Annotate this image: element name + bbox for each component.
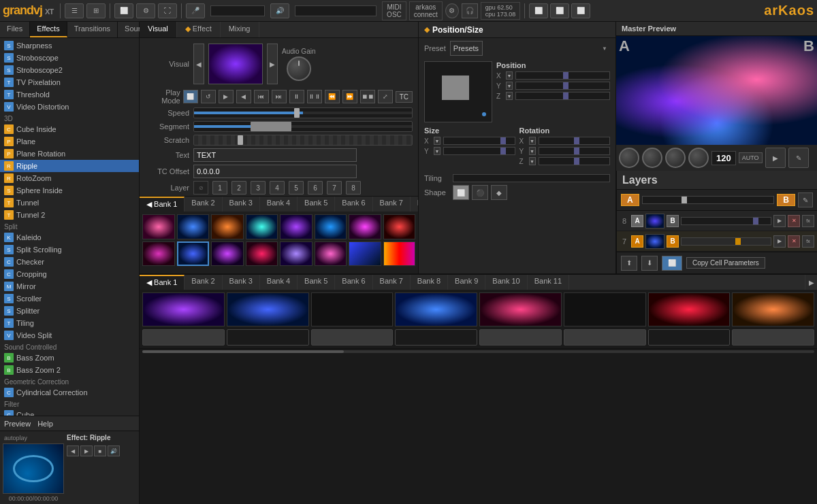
effect-tunnel[interactable]: T Tunnel bbox=[0, 197, 139, 209]
bank-tab-6[interactable]: Bank 6 bbox=[335, 197, 372, 212]
layer-8-b-btn[interactable]: B bbox=[667, 215, 679, 227]
preview-prev-btn[interactable]: ◀ bbox=[67, 446, 79, 456]
layer-btn-8[interactable]: 8 bbox=[346, 181, 361, 195]
bottom-scrollbar[interactable] bbox=[140, 348, 817, 354]
bank-cell-6[interactable] bbox=[315, 214, 347, 239]
size-y-slider[interactable] bbox=[443, 147, 515, 155]
bottom-cell-2[interactable] bbox=[227, 292, 309, 326]
preset-select[interactable]: Presets bbox=[450, 41, 483, 56]
layer-8-x-btn[interactable]: ✕ bbox=[788, 215, 800, 227]
layers-edit-btn[interactable]: ✎ bbox=[798, 192, 813, 207]
layer-8-a-btn[interactable]: A bbox=[631, 215, 643, 227]
layers-a-btn[interactable]: A bbox=[621, 194, 639, 206]
bottom-bank-arrow[interactable]: ▶ bbox=[805, 275, 817, 290]
effect-stroboscope2[interactable]: S Stroboscope2 bbox=[0, 64, 139, 76]
settings-round-button[interactable]: ⚙ bbox=[445, 3, 459, 18]
bank-cell-1[interactable] bbox=[142, 214, 175, 239]
effect-mirror[interactable]: M Mirror bbox=[0, 280, 139, 292]
master-knob-2[interactable] bbox=[642, 148, 662, 168]
pos-x-slider[interactable] bbox=[515, 71, 610, 80]
layer-btn-5[interactable]: 5 bbox=[289, 181, 304, 195]
bottom-cell-8[interactable] bbox=[732, 292, 814, 326]
pm-btn-6[interactable]: ⏭ bbox=[272, 90, 287, 103]
copy-params-button[interactable]: Copy Cell Parameters bbox=[686, 257, 765, 269]
scrollbar-thumb[interactable] bbox=[142, 350, 344, 353]
settings-button[interactable]: ⚙ bbox=[136, 3, 155, 18]
bottom-bank-tab-3[interactable]: Bank 3 bbox=[223, 275, 260, 290]
layers-footer-btn-3[interactable]: ⬜ bbox=[662, 256, 682, 271]
effect-video-split[interactable]: V Video Split bbox=[0, 329, 139, 341]
preview-help[interactable]: Help bbox=[37, 420, 53, 428]
window-btn-3[interactable]: ⬜ bbox=[571, 3, 590, 18]
bank-key-1[interactable] bbox=[142, 329, 225, 346]
layer-7-slider[interactable] bbox=[681, 237, 771, 246]
effect-plane-rotation[interactable]: P Plane Rotation bbox=[0, 148, 139, 160]
layer-7-fx-btn[interactable]: fx bbox=[802, 235, 814, 248]
effect-cube[interactable]: C Cube bbox=[0, 409, 139, 416]
bank-cell-15[interactable] bbox=[349, 241, 381, 267]
bottom-bank-tab-1[interactable]: ◀ Bank 1 bbox=[140, 275, 185, 290]
visual-tab-effect[interactable]: ◆Effect bbox=[177, 22, 221, 37]
bank-key-4[interactable] bbox=[395, 329, 477, 346]
effect-bass-zoom2[interactable]: B Bass Zoom 2 bbox=[0, 364, 139, 376]
bank-key-6[interactable] bbox=[564, 329, 646, 346]
bank-key-3[interactable] bbox=[311, 329, 394, 346]
pm-btn-12[interactable]: ⤢ bbox=[378, 90, 393, 103]
layers-footer-btn-1[interactable]: ⬆ bbox=[621, 256, 637, 271]
bottom-cell-3[interactable] bbox=[311, 292, 394, 326]
effect-threshold[interactable]: T Threshold bbox=[0, 88, 139, 101]
shape-circle-btn[interactable]: ⚫ bbox=[472, 185, 488, 200]
window-btn-2[interactable]: ⬜ bbox=[550, 3, 569, 18]
layer-btn-7[interactable]: 7 bbox=[327, 181, 342, 195]
pm-btn-3[interactable]: ▶ bbox=[219, 90, 234, 103]
bank-tab-1[interactable]: ◀ Bank 1 bbox=[140, 197, 185, 212]
pos-y-slider[interactable] bbox=[515, 82, 610, 90]
segment-slider[interactable] bbox=[193, 121, 413, 132]
size-y-arrow[interactable]: ▼ bbox=[434, 147, 440, 155]
layer-btn-3[interactable]: 3 bbox=[251, 181, 266, 195]
speed-slider[interactable] bbox=[193, 107, 413, 118]
pm-btn-10[interactable]: ⏩ bbox=[342, 90, 357, 103]
size-x-slider[interactable] bbox=[443, 137, 515, 145]
bank-cell-12[interactable] bbox=[246, 241, 278, 267]
visual-prev-arrow[interactable]: ◀ bbox=[193, 44, 204, 84]
mic-button[interactable]: 🎤 bbox=[186, 3, 205, 18]
bank-tab-2[interactable]: Bank 2 bbox=[185, 197, 222, 212]
visual-tab-visual[interactable]: Visual bbox=[140, 22, 177, 37]
effect-tiling[interactable]: T Tiling bbox=[0, 317, 139, 329]
shape-rect-btn[interactable]: ⬜ bbox=[453, 185, 469, 200]
master-knob-1[interactable] bbox=[619, 148, 639, 168]
monitor-button[interactable]: ⬜ bbox=[114, 3, 133, 18]
layer-disable-btn[interactable]: ⊘ bbox=[193, 181, 208, 195]
bank-key-2[interactable] bbox=[227, 329, 309, 346]
tab-effects[interactable]: Effects bbox=[30, 22, 67, 37]
effect-tunnel2[interactable]: T Tunnel 2 bbox=[0, 209, 139, 221]
scratch-slider[interactable] bbox=[193, 135, 413, 146]
bank-cell-4[interactable] bbox=[246, 214, 278, 239]
effect-tv-pixelation[interactable]: T TV Pixelation bbox=[0, 76, 139, 88]
layer-7-x-btn[interactable]: ✕ bbox=[788, 235, 800, 248]
fullscreen-button[interactable]: ⛶ bbox=[158, 3, 177, 18]
effect-kaleido[interactable]: K Kaleido bbox=[0, 231, 139, 243]
effect-checker[interactable]: C Checker bbox=[0, 256, 139, 268]
bottom-bank-tab-11[interactable]: Bank 11 bbox=[528, 275, 569, 290]
master-play-btn[interactable]: ▶ bbox=[765, 148, 786, 168]
bank-cell-3[interactable] bbox=[211, 214, 244, 239]
master-edit-btn[interactable]: ✎ bbox=[788, 148, 809, 168]
bottom-bank-tab-6[interactable]: Bank 6 bbox=[335, 275, 372, 290]
bank-cell-7[interactable] bbox=[349, 214, 381, 239]
bottom-bank-tab-7[interactable]: Bank 7 bbox=[373, 275, 411, 290]
bank-key-7[interactable] bbox=[648, 329, 731, 346]
effect-bass-zoom[interactable]: B Bass Zoom bbox=[0, 352, 139, 364]
speed-thumb[interactable] bbox=[294, 108, 300, 118]
bottom-bank-tab-4[interactable]: Bank 4 bbox=[260, 275, 298, 290]
pm-btn-1[interactable]: ⬜ bbox=[183, 90, 198, 103]
bank-key-8[interactable] bbox=[732, 329, 814, 346]
bank-tab-5[interactable]: Bank 5 bbox=[298, 197, 335, 212]
window-btn-1[interactable]: ⬜ bbox=[529, 3, 548, 18]
effect-ripple[interactable]: R Ripple bbox=[0, 160, 139, 172]
pos-z-arrow[interactable]: ▼ bbox=[506, 92, 513, 100]
visual-next-arrow[interactable]: ▶ bbox=[267, 44, 278, 84]
pm-btn-11[interactable]: ⏹⏹ bbox=[360, 90, 375, 103]
bank-cell-9[interactable] bbox=[142, 241, 175, 267]
